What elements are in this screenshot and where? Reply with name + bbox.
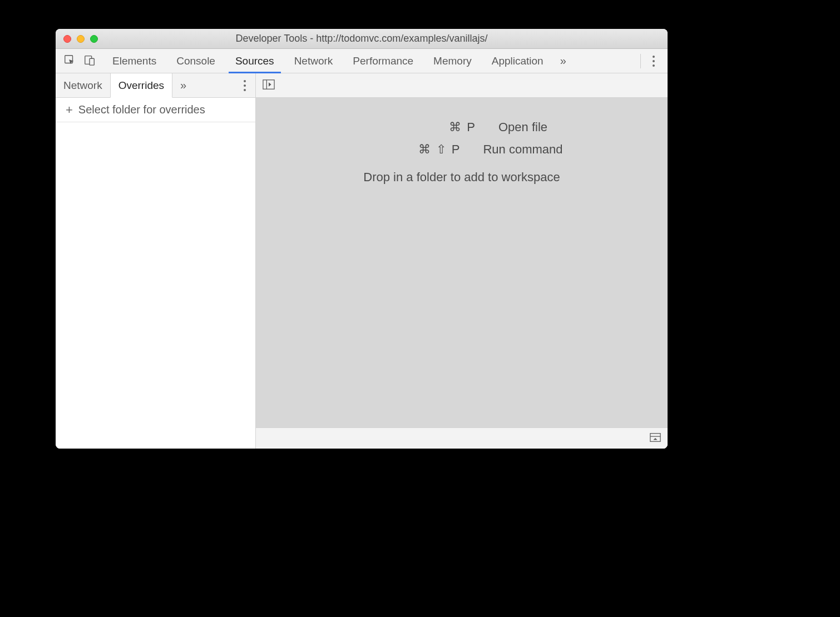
devtools-window: Developer Tools - http://todomvc.com/exa… (56, 29, 668, 449)
tab-application[interactable]: Application (482, 49, 554, 73)
shortcut-keys: ⌘ ⇧ P (360, 142, 461, 157)
editor-bottombar (256, 427, 668, 449)
select-overrides-folder-button[interactable]: + Select folder for overrides (56, 98, 255, 122)
settings-menu-button[interactable] (644, 55, 663, 67)
tab-network[interactable]: Network (284, 49, 343, 73)
editor-placeholder: ⌘ P Open file ⌘ ⇧ P Run command Drop in … (256, 98, 668, 427)
sidebar-tab-overrides[interactable]: Overrides (110, 73, 172, 98)
editor-topbar (256, 73, 668, 98)
sources-sidebar: Network Overrides » + Select folder for … (56, 73, 256, 449)
sidebar-more-button[interactable] (234, 73, 255, 97)
device-toolbar-icon[interactable] (83, 54, 96, 68)
svg-point-7 (244, 84, 246, 87)
svg-point-3 (653, 56, 655, 58)
svg-point-8 (244, 89, 246, 91)
zoom-window-button[interactable] (90, 35, 98, 43)
main-tab-strip: Elements Console Sources Network Perform… (56, 49, 668, 73)
tabs-overflow-button[interactable]: » (554, 54, 573, 67)
tab-sources[interactable]: Sources (225, 49, 284, 73)
svg-point-4 (653, 60, 655, 62)
titlebar: Developer Tools - http://todomvc.com/exa… (56, 29, 668, 49)
tab-elements[interactable]: Elements (102, 49, 166, 73)
show-console-drawer-icon[interactable] (650, 432, 661, 445)
body: Network Overrides » + Select folder for … (56, 73, 668, 449)
shortcut-keys: ⌘ P (376, 120, 476, 135)
traffic-lights (63, 35, 98, 43)
sidebar-tab-strip: Network Overrides » (56, 73, 255, 98)
divider (640, 54, 641, 68)
minimize-window-button[interactable] (77, 35, 85, 43)
window-title: Developer Tools - http://todomvc.com/exa… (56, 33, 668, 44)
toolbar-icon-group (60, 54, 102, 68)
svg-rect-11 (650, 433, 660, 441)
shortcut-label: Run command (483, 142, 562, 157)
svg-point-6 (244, 80, 246, 82)
inspect-element-icon[interactable] (63, 54, 76, 68)
shortcut-run-command: ⌘ ⇧ P Run command (360, 142, 562, 157)
workspace-drop-hint: Drop in a folder to add to workspace (363, 170, 560, 185)
shortcut-label: Open file (498, 120, 547, 135)
svg-rect-2 (90, 58, 94, 65)
close-window-button[interactable] (63, 35, 71, 43)
tab-console[interactable]: Console (166, 49, 225, 73)
tab-memory[interactable]: Memory (423, 49, 482, 73)
svg-point-5 (653, 64, 655, 67)
tab-performance[interactable]: Performance (343, 49, 423, 73)
toggle-navigator-icon[interactable] (263, 79, 275, 92)
shortcut-open-file: ⌘ P Open file (376, 120, 547, 135)
sidebar-tabs-overflow-button[interactable]: » (172, 73, 194, 97)
sidebar-tab-network[interactable]: Network (56, 73, 110, 97)
editor-area: ⌘ P Open file ⌘ ⇧ P Run command Drop in … (256, 73, 668, 449)
select-overrides-folder-label: Select folder for overrides (78, 103, 205, 116)
plus-icon: + (66, 104, 73, 116)
